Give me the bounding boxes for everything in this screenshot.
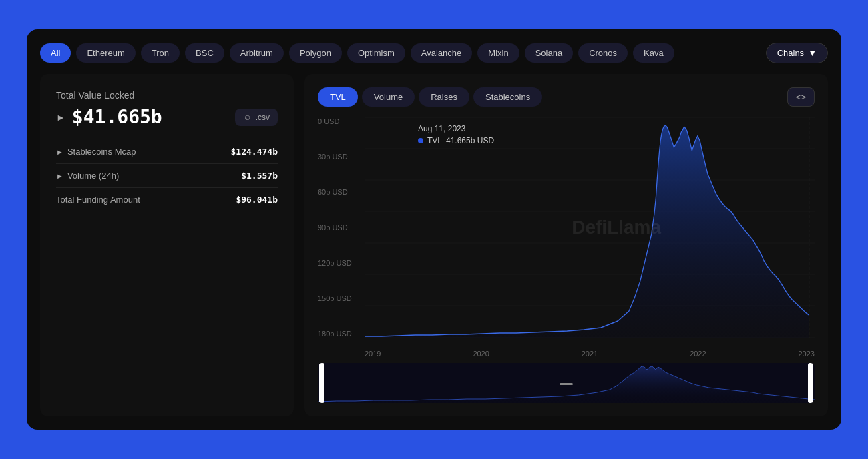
chain-btn-cronos[interactable]: Cronos [578, 43, 628, 63]
stat-name: Volume (24h) [67, 171, 119, 181]
chain-bar: AllEthereumTronBSCArbitrumPolygonOptimis… [40, 43, 828, 63]
chain-btn-solana[interactable]: Solana [525, 43, 573, 63]
tooltip-date: Aug 11, 2023 [418, 124, 494, 133]
csv-download-button[interactable]: ☺ .csv [235, 109, 278, 126]
chain-btn-mixin[interactable]: Mixin [477, 43, 519, 63]
chain-btn-bsc[interactable]: BSC [185, 43, 224, 63]
stat-name: Stablecoins Mcap [67, 147, 136, 157]
tvl-value: $41.665b [72, 106, 162, 128]
chain-btn-arbitrum[interactable]: Arbitrum [230, 43, 284, 63]
left-panel: Total Value Locked ► $41.665b ☺ .csv ► S… [40, 74, 294, 416]
chart-tab-stablecoins[interactable]: Stablecoins [473, 87, 542, 107]
tvl-value-row: ► $41.665b ☺ .csv [56, 106, 278, 128]
stat-label: ► Volume (24h) [56, 171, 119, 181]
chart-tabs: TVLVolumeRaisesStablecoins <> [318, 87, 815, 107]
chain-btn-ethereum[interactable]: Ethereum [76, 43, 135, 63]
y-axis-label: 30b USD [318, 153, 365, 161]
chain-btn-polygon[interactable]: Polygon [289, 43, 342, 63]
tooltip-number: 41.665b USD [446, 136, 494, 145]
app-container: AllEthereumTronBSCArbitrumPolygonOptimis… [27, 29, 841, 430]
stat-value: $1.557b [241, 171, 278, 181]
x-axis-label: 2021 [582, 350, 598, 358]
chain-btn-all[interactable]: All [40, 43, 71, 63]
stat-row: ► Volume (24h) $1.557b [56, 163, 278, 187]
range-center-indicator [560, 383, 573, 385]
x-axis-label: 2020 [473, 350, 489, 358]
y-axis-label: 0 USD [318, 117, 365, 125]
stat-label: ► Stablecoins Mcap [56, 147, 136, 157]
y-axis-label: 180b USD [318, 330, 365, 338]
x-axis-label: 2022 [690, 350, 706, 358]
y-axis-label: 60b USD [318, 188, 365, 196]
tvl-chart-svg [365, 117, 815, 338]
x-axis-label: 2019 [365, 350, 381, 358]
chart-tab-volume[interactable]: Volume [362, 87, 415, 107]
stat-value: $96.041b [236, 195, 278, 205]
chains-dropdown-label: Chains [777, 48, 804, 58]
tooltip-dot [418, 138, 423, 143]
stat-arrow[interactable]: ► [56, 148, 63, 156]
chain-btn-optimism[interactable]: Optimism [347, 43, 405, 63]
stat-label: Total Funding Amount [56, 195, 140, 205]
range-handle-left[interactable] [319, 363, 324, 403]
chain-btn-avalanche[interactable]: Avalanche [411, 43, 472, 63]
chart-tooltip: Aug 11, 2023 TVL 41.665b USD [418, 124, 494, 145]
chart-tab-tvl[interactable]: TVL [318, 87, 358, 107]
stat-name: Total Funding Amount [56, 195, 140, 205]
tvl-label: Total Value Locked [56, 90, 278, 101]
y-axis-label: 120b USD [318, 259, 365, 267]
y-axis-label: 90b USD [318, 223, 365, 232]
chain-btn-tron[interactable]: Tron [141, 43, 180, 63]
tvl-expand-arrow[interactable]: ► [56, 112, 65, 123]
range-handle-right[interactable] [808, 363, 813, 403]
stat-row: Total Funding Amount $96.041b [56, 187, 278, 211]
chart-inner: DefiLlama Aug 11, 2023 TVL 41.665b USD [365, 117, 815, 338]
main-content: Total Value Locked ► $41.665b ☺ .csv ► S… [40, 74, 828, 416]
csv-label: .csv [256, 113, 270, 122]
range-slider[interactable] [318, 363, 815, 403]
stat-value: $124.474b [231, 147, 278, 157]
stat-row: ► Stablecoins Mcap $124.474b [56, 140, 278, 163]
download-icon: ☺ [243, 113, 251, 122]
stat-arrow[interactable]: ► [56, 172, 63, 180]
tooltip-metric: TVL [427, 136, 442, 145]
embed-button[interactable]: <> [787, 87, 815, 107]
tooltip-value: TVL 41.665b USD [418, 136, 494, 145]
chart-area: 180b USD150b USD120b USD90b USD60b USD30… [318, 117, 815, 358]
chevron-down-icon: ▼ [808, 48, 817, 58]
x-axis-label: 2023 [799, 350, 815, 358]
chains-dropdown[interactable]: Chains ▼ [766, 43, 828, 63]
chart-tab-raises[interactable]: Raises [419, 87, 469, 107]
chain-btn-kava[interactable]: Kava [633, 43, 674, 63]
x-axis: 20192020202120222023 [365, 341, 815, 358]
y-axis-label: 150b USD [318, 294, 365, 302]
right-panel: TVLVolumeRaisesStablecoins <> 180b USD15… [304, 74, 828, 416]
y-axis: 180b USD150b USD120b USD90b USD60b USD30… [318, 117, 365, 338]
